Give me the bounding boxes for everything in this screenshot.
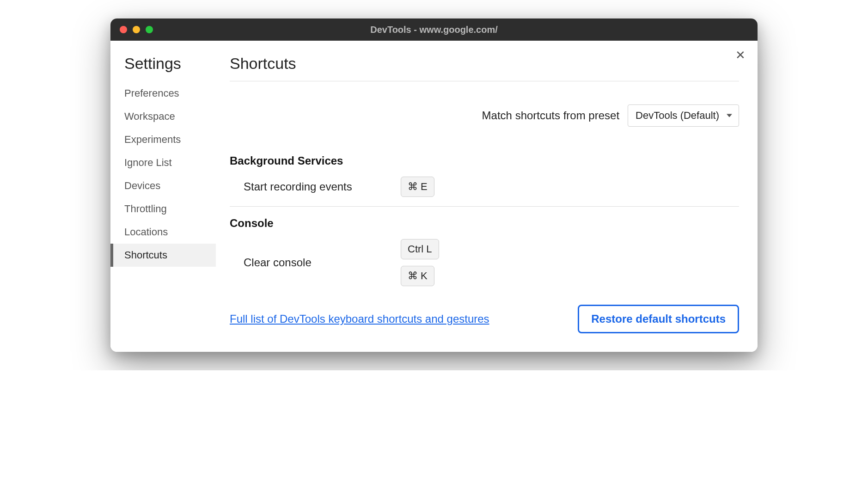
preset-select[interactable]: DevTools (Default) (628, 104, 739, 127)
titlebar: DevTools - www.google.com/ (110, 18, 758, 41)
section-title: Console (230, 217, 739, 230)
key-badge: ⌘ E (401, 177, 434, 197)
shortcut-keys: ⌘ E (401, 177, 434, 197)
sidebar-item-devices[interactable]: Devices (110, 174, 216, 197)
maximize-window-button[interactable] (146, 26, 153, 33)
minimize-window-button[interactable] (133, 26, 140, 33)
close-window-button[interactable] (120, 26, 127, 33)
key-badge: Ctrl L (401, 239, 439, 259)
settings-sidebar: Settings Preferences Workspace Experimen… (110, 41, 216, 352)
sidebar-item-ignore-list[interactable]: Ignore List (110, 151, 216, 174)
shortcut-row-start-recording: Start recording events ⌘ E (230, 177, 739, 197)
sidebar-item-preferences[interactable]: Preferences (110, 82, 216, 105)
full-shortcut-list-link[interactable]: Full list of DevTools keyboard shortcuts… (230, 313, 489, 325)
section-console: Console Clear console Ctrl L ⌘ K (230, 217, 739, 286)
app-window: DevTools - www.google.com/ ✕ Settings Pr… (110, 18, 758, 352)
sidebar-item-shortcuts[interactable]: Shortcuts (110, 244, 216, 267)
preset-row: Match shortcuts from preset DevTools (De… (230, 104, 739, 127)
shortcut-label: Clear console (244, 256, 401, 269)
footer-row: Full list of DevTools keyboard shortcuts… (230, 305, 739, 333)
shortcut-label: Start recording events (244, 180, 401, 193)
divider (230, 81, 739, 81)
section-background-services: Background Services Start recording even… (230, 154, 739, 197)
shortcut-keys: Ctrl L ⌘ K (401, 239, 439, 286)
settings-body: ✕ Settings Preferences Workspace Experim… (110, 41, 758, 352)
sidebar-title: Settings (110, 55, 216, 73)
sidebar-item-workspace[interactable]: Workspace (110, 105, 216, 128)
traffic-lights (120, 26, 153, 33)
key-badge: ⌘ K (401, 266, 434, 286)
sidebar-item-experiments[interactable]: Experiments (110, 128, 216, 151)
shortcut-row-clear-console: Clear console Ctrl L ⌘ K (230, 239, 739, 286)
sidebar-item-locations[interactable]: Locations (110, 221, 216, 244)
restore-defaults-button[interactable]: Restore default shortcuts (578, 305, 739, 333)
page-title: Shortcuts (230, 55, 739, 73)
chevron-down-icon (727, 114, 732, 117)
preset-label: Match shortcuts from preset (482, 109, 619, 122)
sidebar-item-throttling[interactable]: Throttling (110, 197, 216, 221)
divider (230, 206, 739, 207)
preset-select-value: DevTools (Default) (636, 110, 719, 122)
close-icon[interactable]: ✕ (735, 49, 746, 61)
section-title: Background Services (230, 154, 739, 167)
settings-main: Shortcuts Match shortcuts from preset De… (216, 41, 758, 352)
window-title: DevTools - www.google.com/ (110, 25, 758, 35)
